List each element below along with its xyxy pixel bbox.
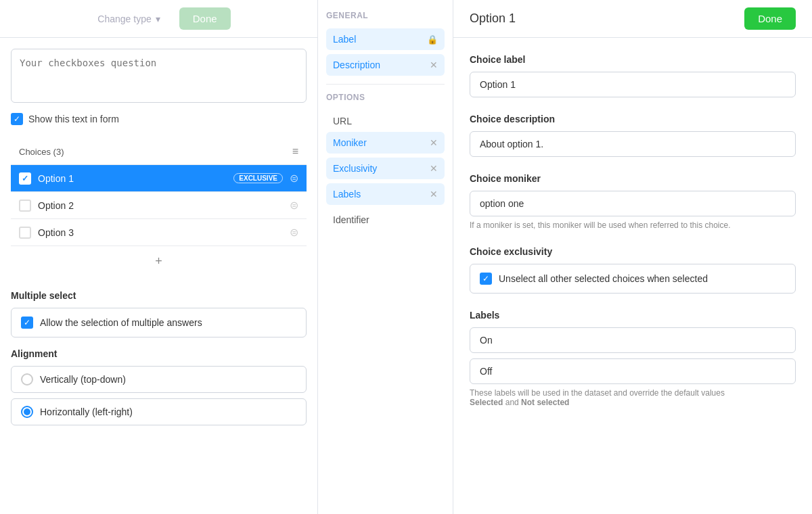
reorder-icon-3: ⊜ <box>290 226 298 239</box>
labels-hint-selected: Selected <box>470 398 503 407</box>
labels-group <box>470 327 796 384</box>
alignment-vertical[interactable]: Vertically (top-down) <box>11 366 307 393</box>
left-panel: Change type ▾ Done Show this text in for… <box>0 0 318 514</box>
mid-divider-1 <box>326 84 445 85</box>
exclusivity-checkbox[interactable] <box>480 273 492 285</box>
choice-item-1[interactable]: Option 1 EXCLUSIVE ⊜ <box>11 164 307 191</box>
alignment-vertical-label: Vertically (top-down) <box>40 374 126 385</box>
alignment-horizontal-radio <box>21 406 33 418</box>
choice-label-input[interactable] <box>470 72 796 97</box>
choice-item-2[interactable]: Option 2 ⊜ <box>11 191 307 218</box>
mid-item-labels[interactable]: Labels ✕ <box>326 183 445 205</box>
reorder-icon-1: ⊜ <box>290 172 298 185</box>
multiple-select-checkbox[interactable] <box>21 317 33 329</box>
choice-moniker-hint: If a moniker is set, this moniker will b… <box>470 220 796 230</box>
mid-item-label[interactable]: Label 🔒 <box>326 28 445 50</box>
choice-description-title: Choice description <box>470 114 796 124</box>
show-text-checkbox[interactable] <box>11 113 23 125</box>
exclusivity-label: Unselect all other selected choices when… <box>499 273 708 284</box>
right-content: Choice label Choice description Choice m… <box>453 38 812 440</box>
exclusivity-remove-icon[interactable]: ✕ <box>430 163 438 174</box>
done-button-left[interactable]: Done <box>179 7 231 30</box>
mid-item-exclusivity[interactable]: Exclusivity ✕ <box>326 158 445 179</box>
left-content: Show this text in form Choices (3) ≡ Opt… <box>0 38 317 514</box>
add-choice-button[interactable]: + <box>11 246 307 277</box>
alignment-title: Alignment <box>11 348 307 359</box>
choice-moniker-title: Choice moniker <box>470 173 796 184</box>
alignment-horizontal[interactable]: Horizontally (left-right) <box>11 398 307 425</box>
mid-label-text: Label <box>333 34 356 45</box>
mid-panel: General Label 🔒 Description ✕ Options UR… <box>318 0 453 514</box>
mid-item-identifier[interactable]: Identifier <box>326 209 445 231</box>
question-textarea[interactable] <box>11 49 307 103</box>
options-section-title: Options <box>326 93 445 102</box>
mid-item-description[interactable]: Description ✕ <box>326 54 445 76</box>
right-panel: Option 1 Done Choice label Choice descri… <box>453 0 812 514</box>
labels-section: Labels These labels will be used in the … <box>470 310 796 407</box>
labels-hint-and: and <box>505 398 519 407</box>
choice-moniker-section: Choice moniker If a moniker is set, this… <box>470 173 796 230</box>
multiple-select-section: Multiple select Allow the selection of m… <box>11 290 307 337</box>
choices-title: Choices (3) <box>19 147 64 157</box>
general-section-title: General <box>326 11 445 20</box>
choice-checkbox-3 <box>19 227 31 239</box>
right-header: Option 1 Done <box>453 0 812 38</box>
exclusive-badge-1: EXCLUSIVE <box>233 173 283 183</box>
choice-label-title: Choice label <box>470 54 796 65</box>
change-type-button[interactable]: Change type ▾ <box>87 8 171 30</box>
alignment-horizontal-label: Horizontally (left-right) <box>40 406 133 417</box>
choice-exclusivity-title: Choice exclusivity <box>470 246 796 257</box>
chevron-down-icon: ▾ <box>156 14 160 24</box>
choice-exclusivity-section: Choice exclusivity Unselect all other se… <box>470 246 796 294</box>
labels-section-title: Labels <box>470 310 796 321</box>
choices-header: Choices (3) ≡ <box>11 139 307 164</box>
choice-description-section: Choice description <box>470 114 796 157</box>
multiple-select-option[interactable]: Allow the selection of multiple answers <box>11 308 307 337</box>
mid-item-moniker[interactable]: Moniker ✕ <box>326 132 445 154</box>
alignment-section: Alignment Vertically (top-down) Horizont… <box>11 348 307 425</box>
multiple-select-label: Allow the selection of multiple answers <box>40 317 202 328</box>
show-text-label: Show this text in form <box>28 114 119 124</box>
choice-moniker-input[interactable] <box>470 191 796 216</box>
left-header: Change type ▾ Done <box>0 0 317 38</box>
alignment-vertical-radio <box>21 373 33 386</box>
moniker-remove-icon[interactable]: ✕ <box>430 137 438 148</box>
change-type-label: Change type <box>97 14 151 24</box>
labels-hint: These labels will be used in the dataset… <box>470 388 796 407</box>
labels-hint-not-selected: Not selected <box>521 398 569 407</box>
exclusivity-row[interactable]: Unselect all other selected choices when… <box>470 264 796 294</box>
show-text-row: Show this text in form <box>11 113 307 125</box>
choice-description-input[interactable] <box>470 131 796 157</box>
lock-icon: 🔒 <box>427 34 438 45</box>
choices-section: Choices (3) ≡ Option 1 EXCLUSIVE ⊜ Optio… <box>11 139 307 277</box>
choice-name-3: Option 3 <box>38 227 283 238</box>
reorder-icon-2: ⊜ <box>290 199 298 212</box>
choice-name-2: Option 2 <box>38 200 283 211</box>
choices-menu-icon[interactable]: ≡ <box>292 145 298 158</box>
choice-name-1: Option 1 <box>38 173 224 184</box>
right-title: Option 1 <box>470 11 516 26</box>
description-remove-icon[interactable]: ✕ <box>430 60 438 70</box>
mid-exclusivity-text: Exclusivity <box>333 163 377 174</box>
multiple-select-title: Multiple select <box>11 290 307 301</box>
label-off-input[interactable] <box>470 358 796 384</box>
labels-remove-icon[interactable]: ✕ <box>430 189 438 200</box>
label-on-input[interactable] <box>470 327 796 353</box>
choice-item-3[interactable]: Option 3 ⊜ <box>11 218 307 246</box>
mid-item-url[interactable]: URL <box>326 110 445 132</box>
mid-description-text: Description <box>333 60 380 70</box>
mid-moniker-text: Moniker <box>333 137 367 148</box>
done-button-right[interactable]: Done <box>744 7 796 30</box>
choice-label-section: Choice label <box>470 54 796 97</box>
mid-labels-text: Labels <box>333 189 361 200</box>
labels-hint-pre: These labels will be used in the dataset… <box>470 388 725 398</box>
choice-checkbox-1 <box>19 172 31 185</box>
choice-checkbox-2 <box>19 200 31 212</box>
